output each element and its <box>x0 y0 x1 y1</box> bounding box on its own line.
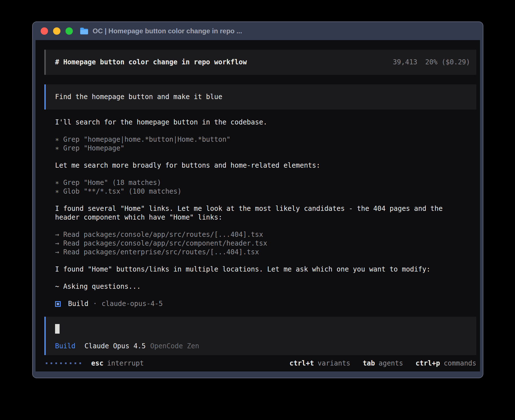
status-bar: esc interrupt ctrl+t variants tab agents… <box>44 355 476 371</box>
tool-call-read: → Read packages/console/app/src/componen… <box>55 239 467 248</box>
user-message-text: Find the homepage button and make it blu… <box>55 93 222 101</box>
assistant-text: I found "Home" buttons/links in multiple… <box>55 265 467 274</box>
minimize-button[interactable] <box>53 27 60 35</box>
tool-call-grep: ∗ Grep "Home" (18 matches) <box>55 178 467 187</box>
key-ctrl-p: ctrl+p <box>416 359 440 368</box>
input-mode[interactable]: Build <box>55 342 75 351</box>
assistant-text: I found several "Home" links. Let me loo… <box>55 204 467 222</box>
key-ctrl-t: ctrl+t <box>289 359 314 368</box>
tool-call-read: → Read packages/console/app/src/routes/[… <box>55 230 467 239</box>
terminal-content: # Homepage button color change in repo w… <box>36 40 480 371</box>
spinner-dots-icon <box>46 362 81 364</box>
label-agents: agents <box>379 359 403 368</box>
text-cursor <box>55 324 60 334</box>
session-header: # Homepage button color change in repo w… <box>44 50 476 75</box>
status-right: ctrl+t variants tab agents ctrl+p comman… <box>289 359 476 368</box>
agent-separator: · <box>93 299 97 308</box>
prompt-input[interactable]: Build Claude Opus 4.5 OpenCode Zen <box>44 317 476 355</box>
hint-agents: tab agents <box>363 359 403 368</box>
window-titlebar[interactable]: OC | Homepage button color change in rep… <box>33 22 483 40</box>
token-count: 39,413 <box>393 58 417 67</box>
key-esc: esc <box>91 359 103 368</box>
agent-status-row: Build · claude-opus-4-5 <box>55 299 476 308</box>
status-left: esc interrupt <box>46 359 144 368</box>
agent-build-icon <box>55 301 61 307</box>
label-variants: variants <box>318 359 350 368</box>
traffic-lights <box>41 27 73 35</box>
zoom-button[interactable] <box>66 27 73 35</box>
key-tab: tab <box>363 359 375 368</box>
input-model: Claude Opus 4.5 <box>84 342 146 351</box>
session-stats: 39,413 20% ($0.29) <box>393 58 470 67</box>
session-title: # Homepage button color change in repo w… <box>55 58 247 67</box>
assistant-response: I'll search for the homepage button in t… <box>55 118 467 291</box>
assistant-status: ~ Asking questions... <box>55 282 467 291</box>
input-meta: Build Claude Opus 4.5 OpenCode Zen <box>55 342 470 351</box>
user-message: Find the homepage button and make it blu… <box>44 84 476 110</box>
tool-call-glob: ∗ Glob "**/*.tsx" (100 matches) <box>55 187 467 196</box>
assistant-text: Let me search more broadly for buttons a… <box>55 161 467 170</box>
hint-variants: ctrl+t variants <box>289 359 350 368</box>
close-button[interactable] <box>41 27 48 35</box>
context-usage: 20% ($0.29) <box>425 58 470 67</box>
hint-commands: ctrl+p commands <box>416 359 476 368</box>
agent-model: claude-opus-4-5 <box>102 299 163 308</box>
window-title: OC | Homepage button color change in rep… <box>93 27 242 35</box>
tool-call-grep: ∗ Grep "Homepage" <box>55 144 467 153</box>
terminal-window: OC | Homepage button color change in rep… <box>32 21 483 378</box>
label-commands: commands <box>444 359 476 368</box>
assistant-text: I'll search for the homepage button in t… <box>55 118 467 127</box>
folder-icon <box>80 27 89 35</box>
input-provider: OpenCode Zen <box>150 342 199 351</box>
tool-call-read: → Read packages/enterprise/src/routes/[.… <box>55 248 467 257</box>
hint-interrupt: esc interrupt <box>91 359 144 368</box>
tool-call-grep: ∗ Grep "homepage|home.*button|Home.*butt… <box>55 135 467 144</box>
label-interrupt: interrupt <box>107 359 144 368</box>
agent-name: Build <box>68 299 88 308</box>
